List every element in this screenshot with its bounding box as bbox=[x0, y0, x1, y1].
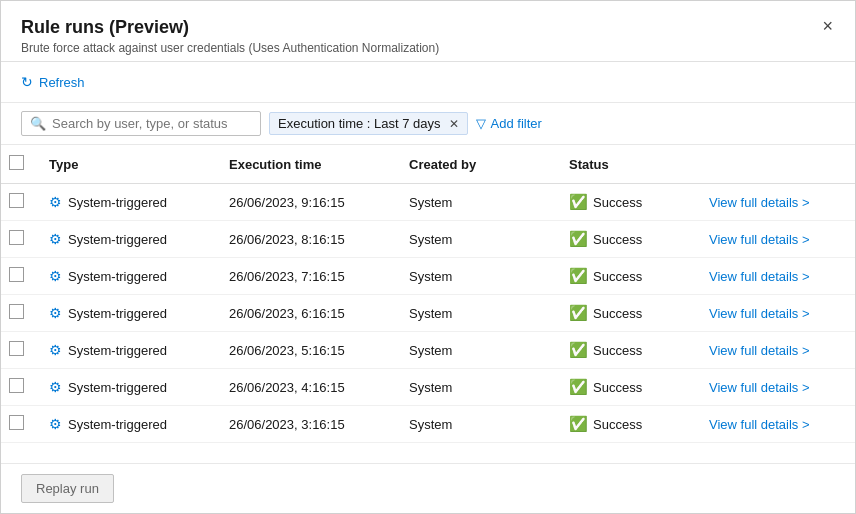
rule-runs-dialog: Rule runs (Preview) Brute force attack a… bbox=[0, 0, 856, 514]
row-type: ⚙ System-triggered bbox=[37, 221, 217, 258]
row-checkbox-cell bbox=[1, 406, 37, 443]
row-type: ⚙ System-triggered bbox=[37, 369, 217, 406]
table-row: ⚙ System-triggered 26/06/2023, 3:16:15 S… bbox=[1, 406, 855, 443]
row-checkbox[interactable] bbox=[9, 304, 24, 319]
row-action: View full details > bbox=[697, 295, 855, 332]
row-action: View full details > bbox=[697, 406, 855, 443]
row-execution-time: 26/06/2023, 3:16:15 bbox=[217, 406, 397, 443]
gear-icon: ⚙ bbox=[49, 268, 62, 284]
row-created-by: System bbox=[397, 369, 557, 406]
success-icon: ✅ bbox=[569, 415, 588, 433]
type-label: System-triggered bbox=[68, 306, 167, 321]
row-checkbox[interactable] bbox=[9, 230, 24, 245]
dialog-subtitle: Brute force attack against user credenti… bbox=[21, 41, 835, 55]
type-label: System-triggered bbox=[68, 232, 167, 247]
row-created-by: System bbox=[397, 184, 557, 221]
search-icon: 🔍 bbox=[30, 116, 46, 131]
header-status: Status bbox=[557, 145, 697, 184]
table-container: Type Execution time Created by Status ⚙ … bbox=[1, 145, 855, 463]
view-full-details-link[interactable]: View full details > bbox=[709, 343, 810, 358]
row-type: ⚙ System-triggered bbox=[37, 295, 217, 332]
success-icon: ✅ bbox=[569, 267, 588, 285]
type-label: System-triggered bbox=[68, 380, 167, 395]
row-action: View full details > bbox=[697, 369, 855, 406]
status-label: Success bbox=[593, 380, 642, 395]
row-execution-time: 26/06/2023, 5:16:15 bbox=[217, 332, 397, 369]
gear-icon: ⚙ bbox=[49, 305, 62, 321]
table-row: ⚙ System-triggered 26/06/2023, 5:16:15 S… bbox=[1, 332, 855, 369]
row-checkbox[interactable] bbox=[9, 267, 24, 282]
row-checkbox-cell bbox=[1, 332, 37, 369]
row-checkbox-cell bbox=[1, 369, 37, 406]
view-full-details-link[interactable]: View full details > bbox=[709, 380, 810, 395]
filter-tag-label: Execution time : Last 7 days bbox=[278, 116, 441, 131]
row-status: ✅ Success bbox=[557, 258, 697, 295]
success-icon: ✅ bbox=[569, 193, 588, 211]
row-status: ✅ Success bbox=[557, 221, 697, 258]
dialog-footer: Replay run bbox=[1, 463, 855, 513]
gear-icon: ⚙ bbox=[49, 342, 62, 358]
header-execution-time: Execution time bbox=[217, 145, 397, 184]
type-label: System-triggered bbox=[68, 195, 167, 210]
row-created-by: System bbox=[397, 332, 557, 369]
close-button[interactable]: × bbox=[816, 15, 839, 37]
replay-run-button[interactable]: Replay run bbox=[21, 474, 114, 503]
gear-icon: ⚙ bbox=[49, 194, 62, 210]
add-filter-label: Add filter bbox=[491, 116, 542, 131]
row-execution-time: 26/06/2023, 7:16:15 bbox=[217, 258, 397, 295]
gear-icon: ⚙ bbox=[49, 231, 62, 247]
dialog-header: Rule runs (Preview) Brute force attack a… bbox=[1, 1, 855, 62]
dialog-title: Rule runs (Preview) bbox=[21, 17, 189, 37]
row-action: View full details > bbox=[697, 184, 855, 221]
row-type: ⚙ System-triggered bbox=[37, 258, 217, 295]
row-execution-time: 26/06/2023, 4:16:15 bbox=[217, 369, 397, 406]
header-type: Type bbox=[37, 145, 217, 184]
gear-icon: ⚙ bbox=[49, 379, 62, 395]
row-checkbox[interactable] bbox=[9, 193, 24, 208]
header-action bbox=[697, 145, 855, 184]
row-execution-time: 26/06/2023, 8:16:15 bbox=[217, 221, 397, 258]
row-execution-time: 26/06/2023, 6:16:15 bbox=[217, 295, 397, 332]
search-input[interactable] bbox=[52, 116, 252, 131]
type-label: System-triggered bbox=[68, 269, 167, 284]
status-label: Success bbox=[593, 306, 642, 321]
refresh-label: Refresh bbox=[39, 75, 85, 90]
row-status: ✅ Success bbox=[557, 406, 697, 443]
view-full-details-link[interactable]: View full details > bbox=[709, 269, 810, 284]
view-full-details-link[interactable]: View full details > bbox=[709, 195, 810, 210]
refresh-button[interactable]: ↻ Refresh bbox=[21, 70, 85, 94]
view-full-details-link[interactable]: View full details > bbox=[709, 417, 810, 432]
table-row: ⚙ System-triggered 26/06/2023, 9:16:15 S… bbox=[1, 184, 855, 221]
row-type: ⚙ System-triggered bbox=[37, 184, 217, 221]
row-checkbox[interactable] bbox=[9, 378, 24, 393]
status-label: Success bbox=[593, 343, 642, 358]
add-filter-button[interactable]: ▽ Add filter bbox=[476, 116, 542, 131]
success-icon: ✅ bbox=[569, 304, 588, 322]
row-status: ✅ Success bbox=[557, 332, 697, 369]
row-created-by: System bbox=[397, 221, 557, 258]
filter-bar: 🔍 Execution time : Last 7 days ✕ ▽ Add f… bbox=[1, 103, 855, 145]
row-type: ⚙ System-triggered bbox=[37, 332, 217, 369]
view-full-details-link[interactable]: View full details > bbox=[709, 306, 810, 321]
table-row: ⚙ System-triggered 26/06/2023, 4:16:15 S… bbox=[1, 369, 855, 406]
row-checkbox[interactable] bbox=[9, 341, 24, 356]
header-created-by: Created by bbox=[397, 145, 557, 184]
execution-time-filter-tag: Execution time : Last 7 days ✕ bbox=[269, 112, 468, 135]
view-full-details-link[interactable]: View full details > bbox=[709, 232, 810, 247]
filter-tag-close-button[interactable]: ✕ bbox=[449, 118, 459, 130]
row-action: View full details > bbox=[697, 258, 855, 295]
row-status: ✅ Success bbox=[557, 369, 697, 406]
status-label: Success bbox=[593, 232, 642, 247]
row-checkbox[interactable] bbox=[9, 415, 24, 430]
table-row: ⚙ System-triggered 26/06/2023, 7:16:15 S… bbox=[1, 258, 855, 295]
status-label: Success bbox=[593, 417, 642, 432]
row-checkbox-cell bbox=[1, 184, 37, 221]
row-status: ✅ Success bbox=[557, 295, 697, 332]
header-checkbox-cell bbox=[1, 145, 37, 184]
success-icon: ✅ bbox=[569, 230, 588, 248]
table-row: ⚙ System-triggered 26/06/2023, 6:16:15 S… bbox=[1, 295, 855, 332]
row-status: ✅ Success bbox=[557, 184, 697, 221]
header-checkbox[interactable] bbox=[9, 155, 24, 170]
refresh-icon: ↻ bbox=[21, 74, 33, 90]
row-action: View full details > bbox=[697, 221, 855, 258]
